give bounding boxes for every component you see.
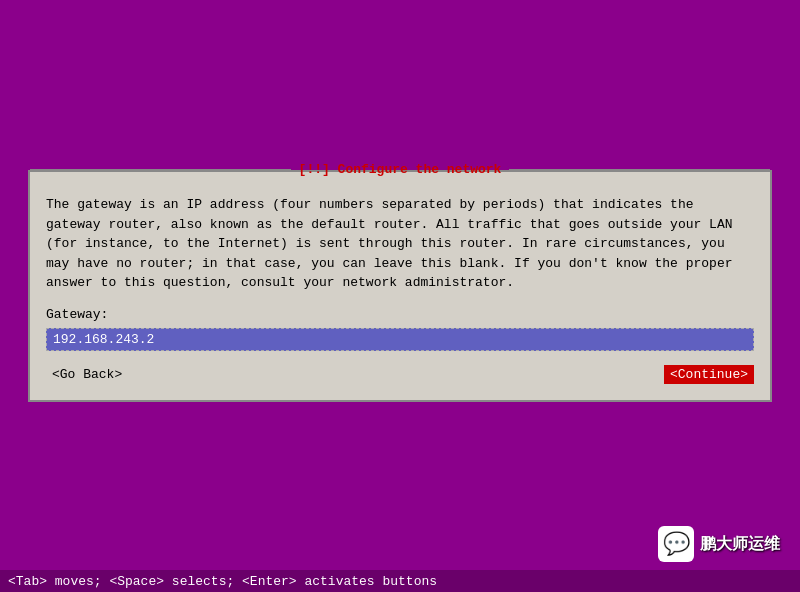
desc-line3: (for instance, to the Internet) is sent … [46,236,725,251]
status-bar: <Tab> moves; <Space> selects; <Enter> ac… [0,570,800,592]
watermark-icon: 💬 [658,526,694,562]
status-text: <Tab> moves; <Space> selects; <Enter> ac… [8,574,437,589]
gateway-label: Gateway: [46,307,754,322]
gateway-input[interactable]: 192.168.243.2 [46,328,754,351]
description-text: The gateway is an IP address (four numbe… [46,195,754,293]
go-back-button[interactable]: <Go Back> [46,365,128,384]
watermark-text: 鹏大师运维 [700,534,780,555]
title-line-left [30,169,291,170]
title-line-right [509,169,770,170]
dialog-body: The gateway is an IP address (four numbe… [30,187,770,400]
gateway-value: 192.168.243.2 [53,332,154,347]
desc-line4: may have no router; in that case, you ca… [46,256,733,271]
desc-line5: answer to this question, consult your ne… [46,275,514,290]
dialog-title-bar: [!!] Configure the network [30,162,770,177]
continue-button[interactable]: <Continue> [664,365,754,384]
desc-line2: gateway router, also known as the defaul… [46,217,733,232]
watermark: 💬 鹏大师运维 [658,526,780,562]
dialog-buttons: <Go Back> <Continue> [46,365,754,388]
configure-network-dialog: [!!] Configure the network The gateway i… [28,170,772,402]
dialog-title: [!!] Configure the network [291,162,510,177]
desc-line1: The gateway is an IP address (four numbe… [46,197,694,212]
